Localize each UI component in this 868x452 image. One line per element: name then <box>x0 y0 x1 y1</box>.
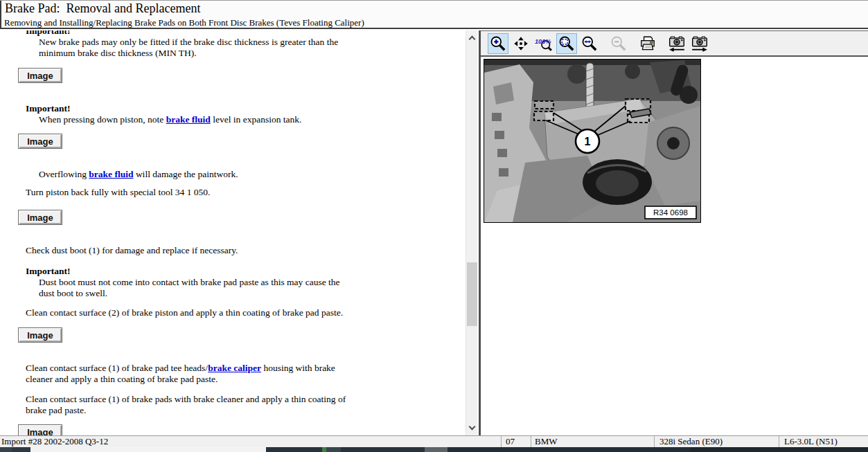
document-content[interactable]: Important!New brake pads may only be fit… <box>0 30 466 435</box>
application-window: { "header": { "title": "Brake Pad: Remov… <box>0 0 868 452</box>
page-subtitle: Removing and Installing/Replacing Brake … <box>4 17 364 28</box>
image-toolbar: 100% <box>481 30 868 57</box>
print-button[interactable] <box>637 33 658 54</box>
zoom-out-button <box>608 33 629 54</box>
paragraph: New brake pads may only be fitted if the… <box>39 37 338 59</box>
taskbar-segment <box>425 447 448 452</box>
status-separator <box>779 436 779 448</box>
taskbar-segment <box>12 447 30 452</box>
image-button[interactable]: Image <box>18 424 62 435</box>
status-separator <box>531 436 531 448</box>
paragraph: Clean contact surface (1) of brake pads … <box>26 394 346 416</box>
brake-caliper-figure: 1 R34 0698 <box>484 59 701 223</box>
chevron-down-icon <box>469 424 476 431</box>
page-title: Brake Pad: Removal and Replacement <box>5 1 200 16</box>
image-button[interactable]: Image <box>18 327 62 343</box>
print-icon <box>639 35 657 53</box>
paragraph: When pressing down piston, note brake fl… <box>39 114 301 125</box>
important-heading: Important! <box>26 103 71 114</box>
paragraph: Dust boot must not come into contact wit… <box>39 277 340 299</box>
camera-next-icon <box>691 35 709 53</box>
paragraph: Overflowing brake fluid will damage the … <box>39 169 238 180</box>
status-engine: L6-3.0L (N51) <box>784 436 838 447</box>
paragraph: Turn piston back fully with special tool… <box>26 187 211 198</box>
svg-text:100%: 100% <box>535 38 551 45</box>
status-separator <box>501 436 502 448</box>
image-button[interactable]: Image <box>18 210 62 225</box>
zoom-width-icon <box>581 35 599 53</box>
image-viewer: 1 R34 0698 <box>481 57 868 435</box>
status-separator <box>654 436 655 448</box>
zoom-fit-button[interactable] <box>556 33 577 54</box>
zoom-width-button[interactable] <box>579 33 600 54</box>
link-brake-fluid[interactable]: brake fluid <box>166 114 211 125</box>
status-bar: Import #28 2002-2008 Q3-12 07 BMW 328i S… <box>0 435 868 447</box>
camera-prev-icon <box>668 35 686 53</box>
scroll-up-button[interactable] <box>466 32 478 44</box>
document-header: Brake Pad: Removal and Replacement Remov… <box>0 1 868 29</box>
status-group: 07 <box>506 436 515 447</box>
zoom-100-icon: 100% <box>535 35 553 53</box>
taskbar-strip <box>0 447 868 452</box>
taskbar-segment <box>448 447 690 452</box>
image-button[interactable]: Image <box>18 134 62 149</box>
zoom-fit-icon <box>558 35 576 53</box>
figure-reference-label: R34 0698 <box>653 208 688 217</box>
pan-icon <box>512 35 530 53</box>
figure-callout-number: 1 <box>585 136 591 147</box>
previous-image-button[interactable] <box>666 33 687 54</box>
paragraph: Clean contact surface (2) of brake pisto… <box>26 307 343 318</box>
status-model: 328i Sedan (E90) <box>659 436 723 447</box>
document-scrollbar[interactable] <box>466 30 477 435</box>
status-import-info: Import #28 2002-2008 Q3-12 <box>1 436 108 447</box>
pan-button[interactable] <box>511 33 531 54</box>
taskbar-segment <box>690 447 868 452</box>
taskbar-segment <box>30 447 266 452</box>
zoom-out-icon <box>610 35 628 53</box>
zoom-in-button[interactable] <box>488 33 508 54</box>
taskbar-segment <box>341 447 425 452</box>
chevron-up-icon <box>469 36 476 43</box>
zoom-in-icon <box>489 35 507 53</box>
paragraph: Clean contact surface (1) of brake pad t… <box>26 363 335 385</box>
image-pane: 100% <box>481 30 868 435</box>
important-heading: Important! <box>26 266 71 277</box>
image-button[interactable]: Image <box>18 68 62 83</box>
scrollbar-thumb[interactable] <box>467 262 477 326</box>
status-make: BMW <box>535 436 558 447</box>
taskbar-segment <box>266 447 322 452</box>
paragraph: Check dust boot (1) for damage and repla… <box>26 245 238 256</box>
link-brake-fluid[interactable]: brake fluid <box>89 169 133 179</box>
important-heading: Important! <box>26 30 71 37</box>
scroll-down-button[interactable] <box>466 422 478 434</box>
taskbar-segment <box>326 447 341 452</box>
taskbar-segment <box>0 447 12 452</box>
zoom-100-button[interactable]: 100% <box>533 33 554 54</box>
link-brake-caliper[interactable]: brake caliper <box>208 363 261 373</box>
next-image-button[interactable] <box>689 33 710 54</box>
